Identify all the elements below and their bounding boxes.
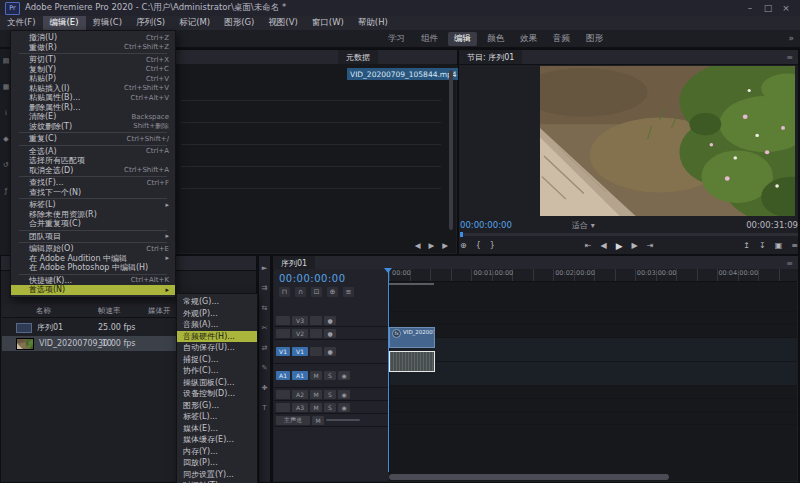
submenu-item-general[interactable]: 常规(G)... bbox=[177, 296, 257, 308]
track-solo-button[interactable]: S bbox=[324, 390, 336, 399]
submenu-item-sync-settings[interactable]: 同步设置(Y)... bbox=[177, 469, 257, 481]
submenu-item-labels[interactable]: 标签(L)... bbox=[177, 411, 257, 423]
info-icon[interactable]: i bbox=[5, 109, 7, 117]
timeline-lanes[interactable] bbox=[389, 269, 797, 481]
timeline-video-clip[interactable]: fx VID_2020075 bbox=[389, 327, 435, 348]
playhead-handle[interactable] bbox=[384, 268, 392, 273]
submenu-item-collaboration[interactable]: 协作(C)... bbox=[177, 365, 257, 377]
menu-item-team-projects[interactable]: 团队项目▸ bbox=[11, 232, 175, 242]
menu-window[interactable]: 窗口(W) bbox=[305, 16, 351, 30]
track-mute-button[interactable]: M bbox=[312, 416, 324, 425]
playhead[interactable] bbox=[388, 268, 389, 472]
selection-tool[interactable]: ► bbox=[262, 264, 267, 272]
workspace-overflow-icon[interactable]: » bbox=[788, 33, 794, 43]
step-back-icon[interactable]: ◀ bbox=[600, 241, 606, 251]
menu-item-find-next[interactable]: 查找下一个(N) bbox=[11, 188, 175, 198]
submenu-item-graphics[interactable]: 图形(G)... bbox=[177, 400, 257, 412]
menu-clip[interactable]: 剪辑(C) bbox=[86, 16, 130, 30]
submenu-item-playback[interactable]: 回放(P)... bbox=[177, 457, 257, 469]
tab-sequence[interactable]: 序列01 bbox=[273, 256, 315, 270]
source-patch[interactable] bbox=[276, 329, 290, 338]
metadata-clip-name[interactable]: VID_20200709_105844.mp4 bbox=[347, 68, 461, 80]
linked-selection-icon[interactable]: ⊡ bbox=[311, 287, 322, 297]
menu-help[interactable]: 帮助(H) bbox=[351, 16, 395, 30]
go-to-out-icon[interactable]: ⇥ bbox=[647, 241, 654, 251]
voiceover-mic-icon[interactable]: ◉ bbox=[338, 390, 350, 399]
source-patch-a1[interactable]: A1 bbox=[276, 371, 290, 380]
tab-program-monitor[interactable]: 节目: 序列01 bbox=[459, 50, 522, 64]
export-frame-icon[interactable]: ▣ bbox=[775, 241, 783, 250]
timeline-horizontal-scrollbar[interactable] bbox=[389, 474, 669, 480]
step-forward-icon[interactable]: ▶ bbox=[632, 241, 638, 251]
submenu-item-memory[interactable]: 内存(Y)... bbox=[177, 446, 257, 458]
track-target-v1[interactable]: V1 bbox=[292, 347, 308, 356]
pen-tool[interactable]: ✎ bbox=[262, 364, 268, 372]
workspace-tab-color[interactable]: 颜色 bbox=[487, 33, 504, 45]
menu-item-duplicate[interactable]: 重复(C)Ctrl+Shift+/ bbox=[11, 134, 175, 144]
workspace-tab-learning[interactable]: 学习 bbox=[388, 33, 405, 45]
panel-menu-icon[interactable]: ≡ bbox=[781, 53, 798, 62]
menu-sequence[interactable]: 序列(S) bbox=[129, 16, 172, 30]
play-icon[interactable]: ▶ bbox=[428, 241, 434, 250]
submenu-item-control-surface[interactable]: 操纵面板(C)... bbox=[177, 377, 257, 389]
workspace-tab-assembly[interactable]: 组件 bbox=[421, 33, 438, 45]
track-lock-icon[interactable] bbox=[310, 347, 322, 356]
add-marker-icon[interactable]: ⊕ bbox=[327, 287, 338, 297]
submenu-item-auto-save[interactable]: 自动保存(U)... bbox=[177, 342, 257, 354]
menu-view[interactable]: 视图(V) bbox=[261, 16, 304, 30]
step-back-icon[interactable]: ◀ bbox=[415, 241, 421, 250]
track-output-eye-icon[interactable]: ● bbox=[324, 329, 336, 338]
program-timecode[interactable]: 00:00:00:00 bbox=[460, 220, 512, 230]
workspace-tab-effects[interactable]: 效果 bbox=[520, 33, 537, 45]
menu-file[interactable]: 文件(F) bbox=[0, 16, 43, 30]
maximize-button[interactable]: □ bbox=[759, 3, 777, 13]
close-button[interactable]: × bbox=[777, 3, 795, 13]
menu-item-redo[interactable]: 重做(R)Ctrl+Shift+Z bbox=[11, 43, 175, 53]
track-target-v2[interactable]: V2 bbox=[292, 329, 308, 338]
step-forward-icon[interactable]: ▶ bbox=[442, 241, 448, 250]
workspace-tab-editing[interactable]: 编辑 bbox=[448, 32, 477, 46]
track-lock-icon[interactable] bbox=[310, 316, 322, 325]
menu-edit[interactable]: 编辑(E) bbox=[43, 16, 86, 30]
submenu-item-media-cache[interactable]: 媒体缓存(E)... bbox=[177, 434, 257, 446]
submenu-item-appearance[interactable]: 外观(P)... bbox=[177, 308, 257, 320]
voiceover-mic-icon[interactable]: ◉ bbox=[338, 371, 350, 380]
timeline-audio-clip[interactable] bbox=[389, 351, 435, 372]
workspace-tab-graphics[interactable]: 图形 bbox=[586, 33, 603, 45]
submenu-item-media[interactable]: 媒体(E)... bbox=[177, 423, 257, 435]
submenu-item-device-control[interactable]: 设备控制(D)... bbox=[177, 388, 257, 400]
track-output-eye-icon[interactable]: ● bbox=[324, 347, 336, 356]
mark-out-icon[interactable]: } bbox=[490, 241, 495, 250]
track-target-v3[interactable]: V3 bbox=[292, 316, 308, 325]
submenu-item-audio[interactable]: 音频(A)... bbox=[177, 319, 257, 331]
master-fader[interactable] bbox=[326, 419, 360, 421]
column-framerate[interactable]: 帧速率 bbox=[98, 306, 121, 316]
slip-tool[interactable]: ⇄ bbox=[262, 344, 268, 352]
lift-icon[interactable]: ↥ bbox=[743, 241, 750, 250]
program-scrub-bar[interactable] bbox=[460, 233, 798, 236]
effects-icon[interactable]: ƒ bbox=[5, 187, 7, 195]
libraries-icon[interactable]: ▦ bbox=[3, 83, 10, 91]
nest-icon[interactable]: ⊓ bbox=[279, 287, 290, 297]
program-playhead[interactable] bbox=[460, 232, 463, 237]
track-lock-icon[interactable] bbox=[310, 329, 322, 338]
track-solo-button[interactable]: S bbox=[324, 371, 336, 380]
go-to-in-icon[interactable]: ⇤ bbox=[585, 241, 592, 251]
hand-tool[interactable]: ✚ bbox=[262, 384, 268, 392]
track-target-a3[interactable]: A3 bbox=[292, 403, 308, 412]
master-track-label[interactable]: 主声道 bbox=[276, 416, 310, 425]
panel-menu-icon[interactable]: ≡ bbox=[781, 259, 798, 268]
snap-icon[interactable]: ∩ bbox=[295, 287, 306, 297]
markers-icon[interactable]: ◆ bbox=[3, 135, 8, 143]
track-mute-button[interactable]: M bbox=[310, 371, 322, 380]
ripple-edit-tool[interactable]: ⇆ bbox=[262, 304, 268, 312]
extract-icon[interactable]: ↧ bbox=[759, 241, 766, 250]
play-button[interactable]: ▶ bbox=[616, 241, 623, 251]
razor-tool[interactable]: ✂ bbox=[262, 324, 268, 332]
tab-metadata[interactable]: 元数据 bbox=[338, 50, 378, 64]
type-tool[interactable]: T bbox=[262, 404, 266, 412]
add-marker-icon[interactable]: ⊕ bbox=[460, 241, 467, 250]
timeline-ruler[interactable]: 00:00 00:01:00:00 00:02:00:00 00:03:00:0… bbox=[389, 269, 797, 282]
source-patch[interactable] bbox=[276, 390, 290, 399]
history-icon[interactable]: ↺ bbox=[3, 161, 9, 169]
